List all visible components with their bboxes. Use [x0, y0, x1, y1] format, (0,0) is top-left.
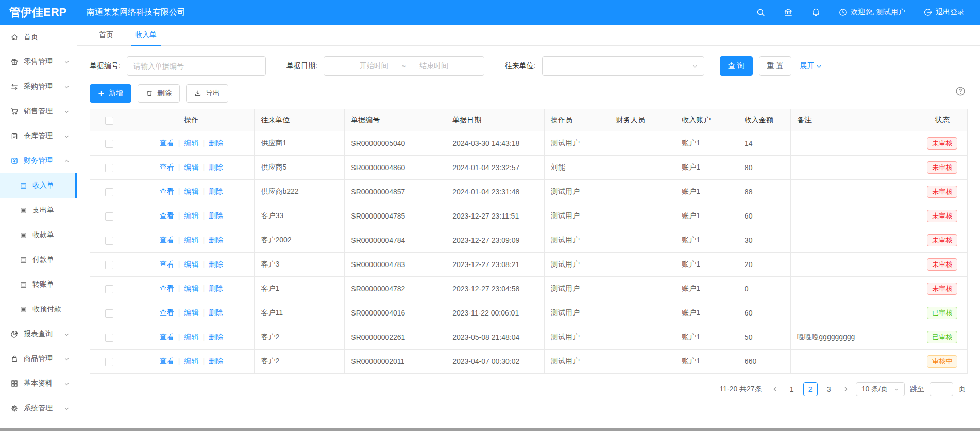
sidebar-item-label: 基本资料: [24, 379, 64, 388]
page-button-1[interactable]: 1: [785, 382, 799, 396]
view-link[interactable]: 查看: [160, 187, 174, 195]
edit-link[interactable]: 编辑: [184, 187, 198, 195]
income-table: 操作往来单位单据编号单据日期操作员财务人员收入账户收入金额备注状态 查看|编辑|…: [90, 109, 968, 374]
row-checkbox[interactable]: [105, 309, 113, 318]
edit-link[interactable]: 编辑: [184, 236, 198, 244]
view-link[interactable]: 查看: [160, 211, 174, 220]
cell-finance: [610, 228, 675, 253]
delete-link[interactable]: 删除: [209, 211, 223, 220]
finance-icon: [10, 157, 19, 165]
bill-no-input[interactable]: [127, 56, 266, 76]
view-link[interactable]: 查看: [160, 163, 174, 171]
view-link[interactable]: 查看: [160, 139, 174, 147]
edit-link[interactable]: 编辑: [184, 357, 198, 365]
tab-home[interactable]: 首页: [99, 25, 113, 45]
row-checkbox[interactable]: [105, 140, 113, 148]
delete-link[interactable]: 删除: [209, 308, 223, 317]
delete-link[interactable]: 删除: [209, 236, 223, 244]
view-link[interactable]: 查看: [160, 357, 174, 365]
cell-remark: [791, 204, 917, 228]
row-checkbox[interactable]: [105, 237, 113, 245]
export-button[interactable]: 导出: [186, 84, 228, 103]
row-checkbox[interactable]: [105, 212, 113, 221]
view-link[interactable]: 查看: [160, 284, 174, 292]
sidebar-item-prepayment[interactable]: 收预付款: [0, 297, 77, 322]
view-link[interactable]: 查看: [160, 236, 174, 244]
row-checkbox[interactable]: [105, 285, 113, 293]
date-range-picker[interactable]: 开始时间 ~ 结束时间: [324, 56, 484, 76]
edit-link[interactable]: 编辑: [184, 284, 198, 292]
view-link[interactable]: 查看: [160, 333, 174, 341]
bell-icon[interactable]: [812, 8, 820, 17]
cell-bill-no-value: SR00000002011: [351, 357, 404, 366]
delete-link[interactable]: 删除: [209, 357, 223, 365]
sidebar-item-transfer-bill[interactable]: 转账单: [0, 272, 77, 297]
sidebar-item-home[interactable]: 首页: [0, 25, 77, 49]
row-checkbox[interactable]: [105, 188, 113, 196]
select-all-checkbox[interactable]: [105, 117, 113, 125]
edit-link[interactable]: 编辑: [184, 308, 198, 317]
edit-link[interactable]: 编辑: [184, 333, 198, 341]
delete-link[interactable]: 删除: [209, 163, 223, 171]
cell-partner: 客户1: [255, 277, 345, 301]
row-checkbox[interactable]: [105, 164, 113, 172]
cell-account: 账户1: [675, 131, 738, 156]
cell-account-value: 账户1: [682, 260, 700, 268]
sidebar-item-reports[interactable]: 报表查询: [0, 322, 77, 346]
status-badge: 未审核: [927, 186, 957, 198]
page-size-select[interactable]: 10 条/页: [856, 382, 905, 396]
delete-link[interactable]: 删除: [209, 187, 223, 195]
view-link[interactable]: 查看: [160, 260, 174, 268]
cell-date-value: 2023-12-27 23:11:51: [452, 212, 519, 220]
reset-button[interactable]: 重 置: [759, 56, 792, 76]
welcome-user[interactable]: 欢迎您, 测试用户: [839, 8, 905, 17]
cell-bill-no-value: SR00000004783: [351, 260, 405, 269]
delete-link[interactable]: 删除: [209, 333, 223, 341]
row-checkbox[interactable]: [105, 334, 113, 342]
partner-select[interactable]: [542, 56, 704, 76]
help-icon[interactable]: [955, 86, 966, 96]
cell-finance: [610, 131, 675, 156]
cell-partner-value: 供应商b222: [261, 187, 298, 195]
bill-icon: [20, 281, 27, 289]
edit-link[interactable]: 编辑: [184, 211, 198, 220]
bill-date-filter: 单据日期: 开始时间 ~ 结束时间: [286, 56, 484, 76]
cell-amount-value: 50: [745, 333, 753, 341]
edit-link[interactable]: 编辑: [184, 260, 198, 268]
view-link[interactable]: 查看: [160, 308, 174, 317]
delete-link[interactable]: 删除: [209, 284, 223, 292]
row-checkbox[interactable]: [105, 358, 113, 366]
sidebar-item-goods[interactable]: 商品管理: [0, 346, 77, 371]
delete-button[interactable]: 删除: [138, 84, 180, 103]
sidebar-item-income-bill[interactable]: 收入单: [0, 173, 77, 198]
row-checkbox[interactable]: [105, 261, 113, 269]
page-button-2[interactable]: 2: [803, 382, 818, 396]
sidebar-item-finance[interactable]: 财务管理: [0, 148, 77, 173]
jump-page-input[interactable]: [930, 382, 953, 396]
bank-icon[interactable]: [784, 8, 793, 17]
sidebar-item-receipt-bill[interactable]: 收款单: [0, 223, 77, 247]
prev-page-button[interactable]: [770, 386, 780, 392]
search-icon[interactable]: [756, 8, 765, 17]
next-page-button[interactable]: [841, 386, 851, 392]
delete-link[interactable]: 删除: [209, 139, 223, 147]
edit-link[interactable]: 编辑: [184, 139, 198, 147]
logout-button[interactable]: 退出登录: [924, 8, 965, 17]
sidebar-item-warehouse[interactable]: 仓库管理: [0, 124, 77, 148]
cell-date: 2023-04-07 00:30:02: [446, 350, 545, 374]
edit-link[interactable]: 编辑: [184, 163, 198, 171]
sidebar-item-retail[interactable]: 零售管理: [0, 49, 77, 74]
search-button[interactable]: 查 询: [720, 56, 753, 76]
sidebar-item-system[interactable]: 系统管理: [0, 396, 77, 421]
expand-link[interactable]: 展开: [800, 61, 822, 71]
delete-link[interactable]: 删除: [209, 260, 223, 268]
add-button[interactable]: 新增: [90, 84, 131, 103]
sidebar-item-purchase[interactable]: 采购管理: [0, 74, 77, 99]
sidebar-item-base-data[interactable]: 基本资料: [0, 371, 77, 396]
sidebar-item-sales[interactable]: 销售管理: [0, 99, 77, 124]
sidebar-item-payment-bill[interactable]: 付款单: [0, 247, 77, 272]
cell-operator: 测试用户: [545, 180, 610, 204]
page-button-3[interactable]: 3: [822, 382, 836, 396]
tab-income-bill[interactable]: 收入单: [135, 25, 157, 45]
sidebar-item-expense-bill[interactable]: 支出单: [0, 198, 77, 223]
